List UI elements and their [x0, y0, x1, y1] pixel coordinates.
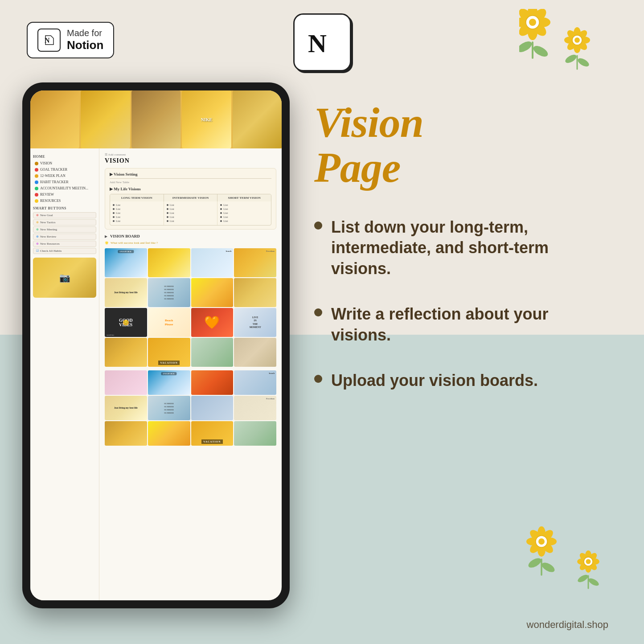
vb-cell2-sunset [191, 370, 234, 395]
just-living-text-2: Just living my best life [114, 406, 138, 410]
sidebar-item-accountability: ACCOUNTABILITY MEETIN... [33, 185, 96, 191]
vb-cell2-summer: SUMMERSUMMERSUMMERSUMMER [148, 396, 190, 420]
made-for-notion-badge: N Made for Notion [27, 22, 114, 58]
sidebar-dot-accountability [35, 187, 38, 190]
col-item: List [167, 211, 215, 214]
col-item: List [113, 203, 161, 206]
sidebar-dot-vision [35, 162, 38, 165]
svg-point-18 [576, 57, 590, 68]
col-item: List [220, 219, 268, 222]
col-item: List [113, 207, 161, 210]
vb-cell2-just-living: Just living my best life [105, 396, 147, 420]
vision-board-grid-1: INSPIRE beach Freedom Just livi [105, 248, 276, 367]
notion-icon-large: N [293, 13, 351, 71]
col-item: List [220, 207, 268, 210]
tablet-main: ☰ Add comment VISION ▶ Vision Setting Ad… [99, 148, 282, 600]
smart-btn-tactics[interactable]: ⊕ New Tactics [33, 219, 96, 226]
freedom-label-2: Freedom [266, 398, 275, 400]
svg-point-4 [519, 39, 533, 54]
camera-emoji: 📷 [59, 272, 70, 283]
smiley-icon: 😊 [123, 319, 129, 326]
beach-label: beach [226, 250, 232, 252]
sidebar-item-vision: VISION [33, 160, 96, 166]
col-item: List [113, 211, 161, 214]
vision-col-long: List List List List List [110, 201, 164, 225]
col-item: List [167, 203, 215, 206]
smart-btn-resources[interactable]: ⊕ New Resources [33, 241, 96, 247]
feature-item-2: Write a reflection about your visions. [314, 304, 608, 346]
col-header-short: SHORT TERM VISION [217, 194, 271, 201]
bullet-circle-2 [314, 308, 322, 316]
vb-cell-summer: SUMMERSUMMERSUMMERSUMMERSUMMER [148, 278, 190, 307]
vb-cell-beach-please: BeachPlease [148, 308, 190, 337]
freedom-label: Freedom [266, 250, 275, 252]
vision-board-grid-2: INSPIRE beach Just living my best life S… [105, 370, 276, 446]
vb-cell2-person [191, 396, 234, 420]
svg-point-30 [527, 556, 543, 570]
vb-cell-green [191, 338, 234, 367]
footer: wonderdigital.shop [527, 619, 608, 631]
smart-btn-goal[interactable]: ⊕ New Goal [33, 212, 96, 218]
vs-title: ▶ Vision Setting [110, 172, 271, 176]
vision-add-comment: ☰ Add comment [105, 153, 276, 156]
sidebar-item-habit: HABIT TRACKER [33, 179, 96, 185]
col-item: List [167, 207, 215, 210]
vb-cell-yellow2 [191, 278, 234, 307]
sidebar-item-12week: 12-WEEK PLAN [33, 173, 96, 179]
live-in-moment-text: LIVEINTHEMOMENT [250, 316, 261, 329]
vb-arrow-icon: ▶ [105, 234, 107, 238]
flower-top-right [519, 9, 608, 76]
vision-page-title: Vision Page [314, 100, 608, 190]
vb-cell-live-moment: LIVEINTHEMOMENT [234, 308, 276, 337]
bullet-circle-3 [314, 375, 322, 383]
smart-btn-meeting[interactable]: ⊕ New Meeting [33, 226, 96, 233]
sidebar-dot-resources [35, 199, 38, 203]
tablet-outer: NIKE HOME VISION GOAL TRACKER [22, 82, 290, 608]
header-img-3 [131, 90, 180, 148]
vb-cell2-beach2: beach [234, 370, 276, 395]
notion-n-small-icon: N [37, 29, 61, 52]
feature-list: List down your long-term, intermediate, … [314, 217, 608, 391]
vb-cell-yellow1 [148, 248, 190, 277]
col-item: List [220, 203, 268, 206]
col-item: List [220, 211, 268, 214]
header-img-1 [30, 90, 79, 148]
badge-made-for: Made for [67, 28, 103, 38]
sidebar-item-resources: RESOURCES [33, 198, 96, 204]
feature-text-3: Upload your vision boards. [331, 370, 538, 391]
smart-buttons-title: SMART BUTTONS [33, 206, 96, 210]
vb-cell-beach-header: beach [191, 248, 234, 277]
sidebar-dot-12week [35, 174, 38, 178]
summer-text-2: SUMMERSUMMERSUMMERSUMMER [164, 402, 174, 414]
vb-cell-vacation: VACATION [148, 338, 190, 367]
sidebar-camera-image: 📷 [33, 258, 96, 298]
svg-point-31 [540, 561, 556, 574]
header-img-2 [81, 90, 130, 148]
tablet-sidebar: HOME VISION GOAL TRACKER 12-WEEK PLAN [30, 148, 99, 600]
vb-cell2-nature [234, 421, 276, 446]
col-item: List [113, 219, 161, 222]
feature-item-3: Upload your vision boards. [314, 370, 608, 391]
col-item: List [220, 215, 268, 218]
vb-question: 🌟 What will success look and feel like ? [105, 241, 276, 245]
inspire-label-2: INSPIRE [161, 372, 176, 375]
vs-add-table: Add New Table [110, 180, 271, 184]
smart-btn-review[interactable]: ⊕ New Review [33, 234, 96, 240]
vision-table-body: List List List List List List List List [110, 201, 271, 225]
vb-cell2-1 [105, 370, 147, 395]
vb-title: VISION BOARD [110, 234, 140, 238]
vb-cell-yellow4 [105, 338, 147, 367]
col-item: List [167, 219, 215, 222]
vb-cell-freedom: Freedom [234, 248, 276, 277]
flower-bottom-right [519, 519, 617, 599]
svg-point-17 [564, 53, 578, 65]
svg-point-5 [532, 44, 550, 59]
feature-text-1: List down your long-term, intermediate, … [331, 217, 608, 279]
my-life-title: ▶ My Life Visions [110, 187, 271, 191]
inspire-label: INSPIRE [118, 250, 134, 253]
col-header-intermediate: INTERMEDIATE VISION [164, 194, 218, 201]
vision-board-section: ▶ VISION BOARD 🌟 What will success look … [105, 234, 276, 446]
vb-cell-good-vibes: GOODVIBES 😊 sunshine [105, 308, 147, 337]
bullet-circle-1 [314, 222, 322, 230]
smart-btn-habits[interactable]: ☑ Check All Habits [33, 248, 96, 254]
